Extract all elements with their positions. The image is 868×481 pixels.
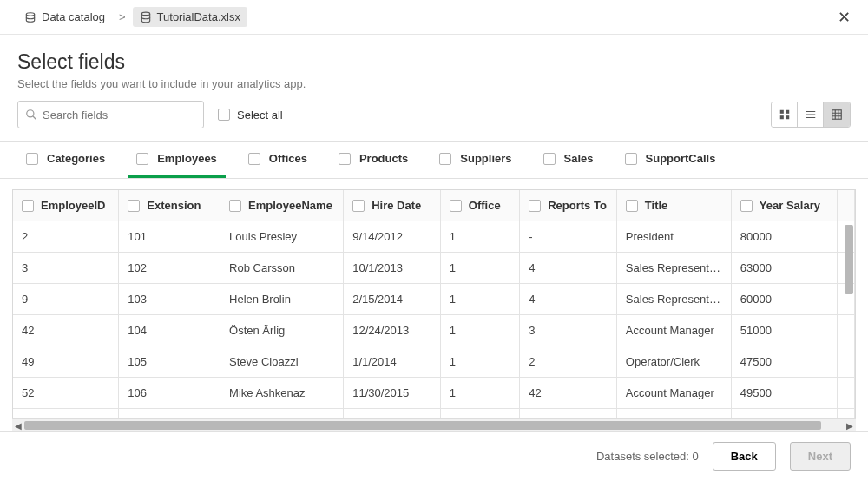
table-cell: Louis Presley [220, 221, 344, 253]
tab-suppliers[interactable]: Suppliers [431, 142, 520, 178]
search-input-wrap[interactable] [17, 101, 204, 128]
table-cell: 1 [440, 221, 519, 253]
table-cell: Rob Carsson [220, 253, 344, 284]
tab-checkbox[interactable] [136, 153, 148, 165]
table-cell: 101 [119, 221, 220, 253]
tab-checkbox[interactable] [439, 153, 451, 165]
tab-products[interactable]: Products [330, 142, 417, 178]
horizontal-scrollbar[interactable]: ◀ ▶ [12, 418, 856, 431]
select-all[interactable]: Select all [218, 109, 283, 122]
table-row[interactable]: 9103Helen Brolin2/15/201414Sales Represe… [13, 284, 855, 315]
vertical-scrollbar[interactable] [845, 225, 853, 294]
col-checkbox[interactable] [529, 200, 541, 212]
search-input[interactable] [43, 109, 196, 122]
table-cell [837, 409, 854, 419]
table-cell: 9/14/2012 [344, 221, 441, 253]
table-cell: 2 [520, 346, 617, 378]
tab-checkbox[interactable] [26, 153, 38, 165]
table-cell [837, 378, 854, 409]
table-cell: 80000 [731, 221, 837, 253]
col-header-employeeid[interactable]: EmployeeID [13, 190, 119, 221]
col-checkbox[interactable] [22, 200, 34, 212]
col-header-office[interactable]: Office [440, 190, 519, 221]
table-cell: 1 [440, 315, 519, 346]
next-button[interactable]: Next [790, 442, 851, 471]
table-row[interactable]: 52106Mike Ashkenaz11/30/2015142Account M… [13, 378, 855, 409]
table-row[interactable]: 3102Rob Carsson10/1/201314Sales Represen… [13, 253, 855, 284]
col-header-title[interactable]: Title [616, 190, 731, 221]
table-row[interactable]: 7201Tom Lindwall11/22/201424Sales Repres… [13, 409, 855, 419]
tab-checkbox[interactable] [543, 153, 556, 165]
col-checkbox[interactable] [352, 200, 365, 212]
svg-point-1 [141, 12, 149, 15]
col-header-extension[interactable]: Extension [119, 190, 220, 221]
col-checkbox[interactable] [450, 200, 462, 212]
close-icon[interactable]: ✕ [838, 8, 851, 27]
col-header-employeename[interactable]: EmployeeName [220, 190, 344, 221]
col-header-reportsto[interactable]: Reports To [520, 190, 617, 221]
breadcrumb-root-label: Data catalog [42, 10, 105, 23]
scroll-left-icon[interactable]: ◀ [12, 419, 24, 431]
page-subtitle: Select the fields you want to include in… [17, 77, 851, 90]
tab-label: Employees [157, 152, 217, 165]
table-cell: Mike Ashkenaz [220, 378, 344, 409]
col-header-hiredate[interactable]: Hire Date [344, 190, 441, 221]
view-table-button[interactable] [824, 102, 850, 127]
col-header-yearsalary[interactable]: Year Salary [731, 190, 837, 221]
svg-rect-6 [779, 115, 783, 119]
select-all-checkbox[interactable] [218, 109, 230, 121]
table-cell: 11/30/2015 [344, 378, 441, 409]
scroll-right-icon[interactable]: ▶ [844, 419, 856, 431]
table-row[interactable]: 49105Steve Cioazzi1/1/201412Operator/Cle… [13, 346, 855, 378]
col-checkbox[interactable] [740, 200, 753, 212]
table-cell: Sales Representative [616, 284, 731, 315]
svg-line-3 [33, 116, 36, 120]
table-cell: 11/22/2014 [344, 409, 441, 419]
svg-rect-7 [786, 115, 789, 119]
tab-supportcalls[interactable]: SupportCalls [616, 142, 725, 178]
table-cell: Helen Brolin [220, 284, 344, 315]
svg-point-2 [27, 110, 34, 117]
table-cell: 52 [13, 378, 119, 409]
col-checkbox[interactable] [626, 200, 638, 212]
table-header-row: EmployeeID Extension EmployeeName Hire D… [13, 190, 855, 221]
table-cell: 7 [13, 409, 119, 419]
table-cell: Operator/Clerk [616, 346, 731, 378]
scroll-thumb[interactable] [24, 421, 821, 430]
col-header-overflow [837, 190, 854, 221]
table-cell: 49500 [731, 378, 837, 409]
breadcrumb-file[interactable]: TutorialData.xlsx [133, 7, 247, 27]
table-cell: 4 [520, 284, 617, 315]
table-cell: 10/1/2013 [344, 253, 441, 284]
table-cell: Östen Ärlig [220, 315, 344, 346]
breadcrumb: Data catalog > TutorialData.xlsx ✕ [0, 0, 868, 35]
table-cell: 106 [119, 378, 220, 409]
table-cell: Tom Lindwall [220, 409, 344, 419]
breadcrumb-root[interactable]: Data catalog [17, 7, 112, 27]
table-cell: Steve Cioazzi [220, 346, 344, 378]
tab-checkbox[interactable] [625, 153, 637, 165]
stack-icon [24, 11, 36, 23]
svg-rect-11 [832, 110, 842, 120]
breadcrumb-separator: > [119, 10, 126, 23]
tab-checkbox[interactable] [339, 153, 351, 165]
table-cell: 1 [440, 346, 519, 378]
tab-offices[interactable]: Offices [240, 142, 316, 178]
view-grid-button[interactable] [772, 102, 798, 127]
tab-sales[interactable]: Sales [535, 142, 602, 178]
col-checkbox[interactable] [128, 200, 140, 212]
svg-point-0 [26, 12, 34, 16]
data-table: EmployeeID Extension EmployeeName Hire D… [12, 189, 856, 418]
table-cell: 2/15/2014 [344, 284, 441, 315]
tab-label: Categories [47, 152, 105, 165]
col-checkbox[interactable] [229, 200, 241, 212]
table-cell: President [616, 221, 731, 253]
tab-employees[interactable]: Employees [128, 142, 226, 178]
back-button[interactable]: Back [713, 442, 776, 471]
tab-label: SupportCalls [646, 152, 716, 165]
tab-categories[interactable]: Categories [17, 142, 114, 178]
tab-checkbox[interactable] [248, 153, 260, 165]
table-row[interactable]: 42104Östen Ärlig12/24/201313Account Mana… [13, 315, 855, 346]
view-list-button[interactable] [798, 102, 824, 127]
table-row[interactable]: 2101Louis Presley9/14/20121-President800… [13, 221, 855, 253]
